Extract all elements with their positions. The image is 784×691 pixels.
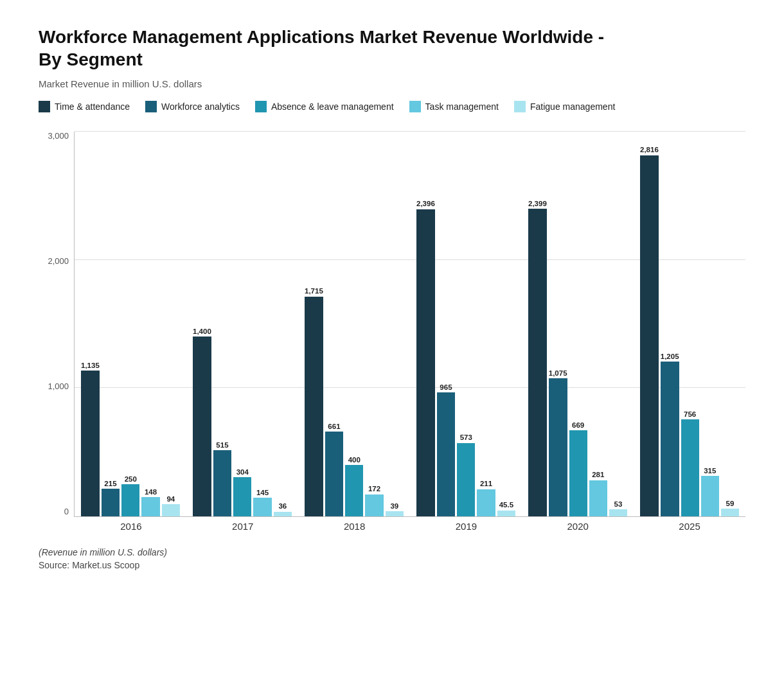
chart-title: Workforce Management Applications Market…	[39, 26, 617, 71]
bar-group-2020: 2,3991,07566928153	[522, 132, 634, 516]
legend: Time & attendance Workforce analytics Ab…	[39, 101, 745, 112]
legend-label-time_attendance: Time & attendance	[55, 101, 130, 112]
bar-label-2020-absence_leave: 669	[572, 422, 584, 430]
bar-label-2019-absence_leave: 573	[460, 434, 472, 442]
legend-item-absence_leave: Absence & leave management	[255, 101, 394, 112]
bar-label-2017-task_management: 145	[256, 489, 269, 497]
y-axis: 01,0002,0003,000	[39, 132, 74, 517]
legend-color-time_attendance	[39, 101, 50, 112]
x-label-2018: 2018	[299, 521, 411, 532]
bar-label-2020-fatigue_management: 53	[614, 501, 623, 509]
bar-label-2019-task_management: 211	[480, 480, 492, 488]
bar-label-2025-workforce_analytics: 1,205	[661, 353, 679, 361]
bar-2019-absence_leave	[457, 443, 475, 516]
bar-label-2019-fatigue_management: 45.5	[499, 502, 513, 509]
x-label-2025: 2025	[634, 521, 745, 532]
bar-label-2018-time_attendance: 1,715	[305, 288, 323, 295]
bar-wrap-2018-task_management: 172	[365, 132, 383, 516]
bar-wrap-2019-fatigue_management: 45.5	[497, 132, 515, 516]
bar-2025-workforce_analytics	[661, 362, 679, 516]
legend-item-task_management: Task management	[409, 101, 499, 112]
x-label-2017: 2017	[187, 521, 299, 532]
bar-label-2020-workforce_analytics: 1,075	[549, 370, 567, 378]
bar-label-2017-time_attendance: 1,400	[193, 328, 211, 336]
bar-wrap-2016-absence_leave: 250	[121, 132, 139, 516]
bar-wrap-2019-absence_leave: 573	[457, 132, 475, 516]
bar-wrap-2025-fatigue_management: 59	[721, 132, 739, 516]
bar-group-2025: 2,8161,20575631559	[634, 132, 745, 516]
bar-label-2016-absence_leave: 250	[125, 476, 137, 484]
bar-2016-time_attendance	[81, 371, 100, 516]
bar-label-2019-workforce_analytics: 965	[440, 384, 452, 392]
bar-2017-workforce_analytics	[213, 450, 231, 516]
bar-label-2018-fatigue_management: 39	[390, 503, 398, 511]
bars-container: 1,135215250148941,400515304145361,715661…	[74, 132, 745, 517]
bar-2016-fatigue_management	[162, 504, 180, 516]
legend-color-fatigue_management	[514, 101, 526, 112]
bar-wrap-2018-absence_leave: 400	[345, 132, 363, 516]
bar-wrap-2016-task_management: 148	[141, 132, 159, 516]
groups-row: 1,135215250148941,400515304145361,715661…	[75, 132, 745, 516]
bar-2025-time_attendance	[640, 155, 659, 516]
bar-2016-workforce_analytics	[102, 489, 120, 516]
bar-group-2019: 2,39696557321145.5	[410, 132, 522, 516]
bar-2019-time_attendance	[416, 209, 435, 516]
bar-2018-fatigue_management	[386, 511, 404, 516]
bar-group-2017: 1,40051530414536	[186, 132, 298, 516]
legend-color-absence_leave	[255, 101, 267, 112]
footer-note: (Revenue in million U.S. dollars)	[39, 547, 745, 557]
bar-2018-task_management	[365, 494, 383, 516]
chart-subtitle: Market Revenue in million U.S. dollars	[39, 78, 745, 89]
y-label-3: 3,000	[39, 132, 74, 140]
bar-wrap-2025-absence_leave: 756	[681, 132, 699, 516]
bar-2017-time_attendance	[193, 337, 211, 516]
y-label-2: 2,000	[39, 257, 74, 265]
legend-label-fatigue_management: Fatigue management	[530, 101, 615, 112]
bar-2025-fatigue_management	[721, 509, 739, 516]
bar-wrap-2020-task_management: 281	[589, 132, 607, 516]
bar-2018-time_attendance	[305, 297, 323, 516]
bar-wrap-2017-time_attendance: 1,400	[193, 132, 211, 516]
bar-wrap-2018-time_attendance: 1,715	[305, 132, 323, 516]
legend-label-workforce_analytics: Workforce analytics	[161, 101, 240, 112]
legend-color-task_management	[409, 101, 421, 112]
legend-item-workforce_analytics: Workforce analytics	[145, 101, 240, 112]
bar-wrap-2025-time_attendance: 2,816	[640, 132, 659, 516]
bar-wrap-2016-workforce_analytics: 215	[102, 132, 120, 516]
bar-2019-fatigue_management	[497, 511, 515, 516]
bar-label-2018-workforce_analytics: 661	[328, 423, 340, 431]
legend-color-workforce_analytics	[145, 101, 157, 112]
x-label-2020: 2020	[522, 521, 634, 532]
bar-label-2016-task_management: 148	[145, 489, 157, 496]
bar-label-2025-time_attendance: 2,816	[640, 146, 659, 154]
bar-wrap-2017-fatigue_management: 36	[274, 132, 292, 516]
bar-wrap-2016-time_attendance: 1,135	[81, 132, 100, 516]
bar-wrap-2018-fatigue_management: 39	[386, 132, 404, 516]
bar-label-2017-workforce_analytics: 515	[216, 442, 228, 450]
chart-footer: (Revenue in million U.S. dollars) Source…	[39, 547, 745, 570]
bar-2019-workforce_analytics	[437, 392, 455, 516]
bar-wrap-2025-workforce_analytics: 1,205	[661, 132, 679, 516]
bar-2017-fatigue_management	[274, 512, 292, 516]
bar-wrap-2025-task_management: 315	[701, 132, 719, 516]
bar-group-2018: 1,71566140017239	[298, 132, 410, 516]
bar-2019-task_management	[477, 489, 495, 516]
bar-2025-absence_leave	[681, 419, 699, 516]
bar-wrap-2016-fatigue_management: 94	[162, 132, 180, 516]
bar-2020-time_attendance	[528, 209, 547, 516]
bar-2020-absence_leave	[569, 430, 587, 516]
bar-wrap-2020-time_attendance: 2,399	[528, 132, 547, 516]
legend-item-time_attendance: Time & attendance	[39, 101, 130, 112]
bar-2020-workforce_analytics	[549, 378, 567, 516]
bar-label-2016-time_attendance: 1,135	[81, 362, 100, 370]
bar-2020-fatigue_management	[609, 509, 627, 516]
bar-2016-task_management	[141, 497, 159, 516]
bar-wrap-2019-task_management: 211	[477, 132, 495, 516]
legend-label-absence_leave: Absence & leave management	[271, 101, 394, 112]
bar-label-2018-absence_leave: 400	[348, 457, 361, 464]
y-label-0: 0	[39, 507, 74, 516]
grid-and-bars: 01,0002,0003,000 1,135215250148941,40051…	[39, 132, 745, 517]
bar-wrap-2020-absence_leave: 669	[569, 132, 587, 516]
bar-wrap-2017-workforce_analytics: 515	[213, 132, 231, 516]
y-label-1: 1,000	[39, 382, 74, 390]
